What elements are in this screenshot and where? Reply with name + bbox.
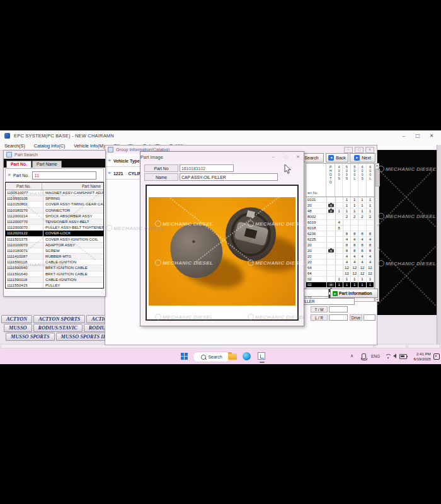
photo-cell <box>327 243 336 248</box>
back-button[interactable]: ◄ Back <box>326 153 348 163</box>
language-indicator[interactable]: ENG <box>371 354 380 358</box>
part-row[interactable]: 1111590118CABLE-IGNITION <box>6 260 103 265</box>
tab-part-no[interactable]: Part No. <box>6 161 32 168</box>
close-icon[interactable]: ✕ <box>425 130 438 141</box>
usage-part-no: 48 <box>306 209 327 214</box>
lr-field[interactable] <box>329 314 348 321</box>
part-name-cell: RUBBER-MTG <box>43 254 103 259</box>
qty-cell: 1 <box>343 209 351 214</box>
status-bar-segment <box>375 344 406 348</box>
minimize-icon[interactable]: – <box>397 130 411 141</box>
part-row[interactable]: 1112000770TENSIONER ASSY-BELT <box>6 219 103 225</box>
part-no-input[interactable]: 11 <box>32 171 96 180</box>
close-icon[interactable]: ✕ <box>365 147 374 153</box>
close-icon[interactable]: ✕ <box>294 154 302 160</box>
part-row[interactable]: 1190510077MAGNET ASSY-CAMSHAFT ADJU <box>6 190 103 196</box>
usage-row[interactable]: 62254444 <box>306 237 374 243</box>
vehicle-tab-rodius-stavic[interactable]: RODIUS/STAVIC <box>33 324 83 332</box>
part-no-value[interactable]: 1610183102 <box>180 164 234 172</box>
part-information-button[interactable]: ► Part Information <box>330 289 378 298</box>
usage-row[interactable]: 60194 <box>306 220 374 226</box>
usage-part-no: 20 <box>306 243 327 248</box>
table-scrollbar[interactable]: ▲▼ <box>375 163 379 302</box>
app-icon <box>4 133 10 139</box>
qty-cell <box>358 220 366 225</box>
usage-row[interactable]: 6412121212 <box>306 265 374 271</box>
qty-cell <box>336 197 343 202</box>
usage-row[interactable]: 80022222 <box>306 214 374 220</box>
part-row[interactable]: 1110100073ADAPTOR ASSY <box>6 243 103 248</box>
clock[interactable]: 2:41 PM6/19/2025 <box>407 352 431 361</box>
vehicle-tab-musso[interactable]: MUSSO <box>4 324 32 332</box>
usage-row[interactable]: 201111 <box>306 203 374 209</box>
qty-cell: 8 <box>367 248 374 253</box>
part-row[interactable]: 1112000070PULLEY ASSY-BELT TIGHTENER <box>6 225 103 231</box>
menu-vehicle-info-m-[interactable]: Vehicle Info(M) <box>69 143 109 149</box>
part-row[interactable]: 1110180071SCREW <box>6 248 103 254</box>
usage-row[interactable]: 0211111 <box>306 282 374 288</box>
qty-cell <box>351 226 358 231</box>
maximize-icon[interactable]: ▢ <box>411 130 425 141</box>
part-row[interactable]: 1111590940BRKT-IGNITION CABLE <box>6 265 103 271</box>
windows-start-icon[interactable] <box>181 353 188 360</box>
wifi-icon[interactable] <box>385 354 391 358</box>
usage-row[interactable]: 208888 <box>306 243 374 248</box>
qty-cell: 12 <box>351 271 358 276</box>
microphone-icon[interactable] <box>362 353 366 359</box>
part-row[interactable]: 1111590118CABLE-IGNITION <box>6 277 103 283</box>
minimize-icon[interactable]: – <box>344 147 353 153</box>
usage-row[interactable]: 4811111 <box>306 209 374 214</box>
edge-browser-icon[interactable] <box>243 352 251 360</box>
vehicle-tab-musso-sports[interactable]: MUSSO SPORTS <box>6 333 55 341</box>
part-name-cell: CABLE-IGNITION <box>43 260 103 265</box>
qty-cell <box>336 214 343 219</box>
part-row[interactable]: 1111591640BRKT-IGNITION CABLE <box>6 272 103 277</box>
windows-logo-square <box>181 357 184 360</box>
usage-row[interactable]: 204444 <box>306 260 374 265</box>
menu-search-s-[interactable]: Search(S) <box>0 143 30 149</box>
speaker-icon[interactable] <box>393 354 396 358</box>
battery-icon[interactable] <box>399 354 407 359</box>
part-row[interactable]: 1110180270CONNECTOR <box>6 208 103 214</box>
column-header-part-no: Part No. <box>6 183 42 190</box>
minimize-icon[interactable]: – <box>269 154 278 160</box>
vehicle-tab-actyon[interactable]: ACTYON <box>1 315 32 323</box>
file-explorer-icon[interactable] <box>228 353 237 360</box>
tm-field[interactable] <box>329 306 348 312</box>
part-row[interactable]: 1119930105SPRING <box>6 196 103 202</box>
taskbar-search[interactable]: Search <box>193 352 231 362</box>
part-row[interactable]: 1111501375COVER ASSY-IGNITION COIL <box>6 237 103 243</box>
part-row[interactable]: 1111410287RUBBER-MTG <box>6 254 103 260</box>
vehicle-tab-musso-sports-ii[interactable]: MUSSO SPORTS II <box>56 333 110 341</box>
photo-cell <box>327 226 336 231</box>
tray-chevron-icon[interactable]: ∧ <box>350 353 353 358</box>
part-row[interactable]: 1112000214SHOCK ABSORBER ASSY <box>6 214 103 219</box>
part-name-cell: CONNECTOR <box>43 208 103 213</box>
part-row[interactable]: 1111550415PULLEY <box>6 283 103 289</box>
part-search-title-bar: Part Search <box>4 151 105 159</box>
usage-row[interactable]: 60185 <box>306 226 374 231</box>
scrollbar-thumb[interactable] <box>375 169 380 186</box>
maximize-icon[interactable]: ▢ <box>355 147 364 153</box>
usage-row[interactable]: 204444 <box>306 254 374 260</box>
notification-icon[interactable] <box>433 353 440 360</box>
vehicle-tab-actyon-sports[interactable]: ACTYON SPORTS <box>33 315 85 323</box>
camera-icon <box>327 209 336 214</box>
part-row[interactable]: 1112020122COVER-LOCK <box>6 231 103 236</box>
part-image-dialog: Part Image – ▢ ✕ Part No 1610183102 Name… <box>140 151 304 326</box>
right-scroll-strip[interactable] <box>437 145 441 344</box>
usage-row[interactable]: 6412121212 <box>306 271 374 277</box>
part-row[interactable]: 1110150801COVER ASSY-TIMING GEAR CAS <box>6 202 103 207</box>
usage-row[interactable]: 0211111 <box>306 277 374 282</box>
usage-row[interactable]: 208888 <box>306 248 374 254</box>
back-icon: ◄ <box>328 155 334 161</box>
epc-app-icon[interactable] <box>258 352 265 360</box>
next-button[interactable]: ► Next <box>350 153 375 163</box>
drive-field[interactable] <box>364 314 375 321</box>
menu-catalog-info-c-[interactable]: Catalog Info(C) <box>30 143 69 149</box>
usage-row[interactable]: 62368888 <box>306 231 374 237</box>
name-value[interactable]: CAP ASSY-OIL FILLER <box>180 173 278 181</box>
tab-part-name[interactable]: Part Name <box>32 161 61 168</box>
qty-cell: 8 <box>343 243 351 248</box>
usage-row[interactable]: 01011111 <box>306 197 374 203</box>
